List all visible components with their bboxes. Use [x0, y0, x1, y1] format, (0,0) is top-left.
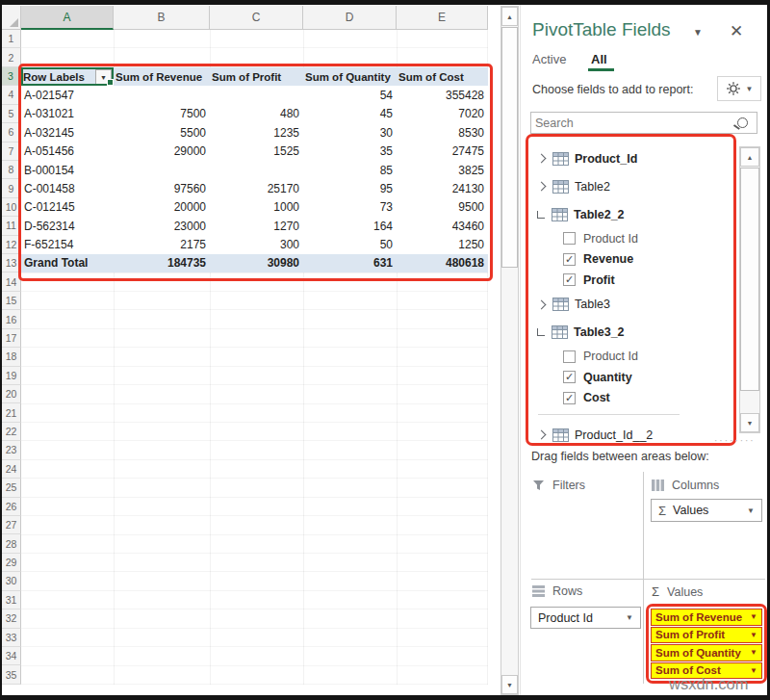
field-table-table2[interactable]: Table2 — [536, 172, 733, 200]
row-header-24[interactable]: 24 — [2, 460, 21, 479]
pivot-cell[interactable]: 8530 — [397, 123, 488, 142]
select-all-corner[interactable] — [2, 6, 21, 30]
pivot-cell[interactable]: 85 — [303, 161, 397, 179]
scrollbar-up-icon[interactable]: ▲ — [501, 7, 518, 26]
pivot-cell[interactable]: 3825 — [397, 161, 488, 179]
pivot-cell[interactable]: 631 — [303, 254, 397, 272]
field-table-product_id__2[interactable]: Product_Id__2 — [536, 421, 733, 446]
row-header-7[interactable]: 7 — [2, 143, 21, 161]
row-header-16[interactable]: 16 — [2, 310, 21, 328]
pivot-cell[interactable]: 24130 — [397, 179, 488, 197]
pane-menu-arrow-icon[interactable]: ▼ — [693, 27, 703, 38]
field-item-revenue[interactable]: ✓Revenue — [536, 249, 733, 271]
pivot-cell[interactable]: 50 — [303, 235, 397, 253]
pivot-cell[interactable]: 73 — [303, 198, 397, 217]
chevron-down-icon[interactable]: ▼ — [750, 666, 757, 675]
pane-splitter[interactable]: ········ — [714, 435, 764, 446]
search-box[interactable] — [530, 112, 757, 134]
pivot-cell[interactable]: 29000 — [114, 142, 210, 160]
pivot-cell[interactable]: 7020 — [397, 105, 488, 123]
pivot-cell[interactable]: 1235 — [210, 123, 303, 142]
row-header-20[interactable]: 20 — [2, 385, 21, 403]
pivot-cell[interactable]: 25170 — [210, 179, 303, 197]
pivot-cell[interactable]: A-032145 — [21, 123, 114, 142]
scrollbar-down-icon[interactable]: ▼ — [740, 413, 759, 432]
value-field-button[interactable]: Sum of Revenue▼ — [651, 609, 762, 626]
pivot-cell[interactable]: 1270 — [210, 217, 303, 235]
pivot-cell[interactable]: A-021547 — [21, 86, 114, 104]
checkbox-checked-icon[interactable]: ✓ — [563, 273, 576, 286]
pivot-cell[interactable]: 43460 — [397, 217, 488, 235]
pivot-cell[interactable]: 45 — [303, 105, 397, 123]
row-header-14[interactable]: 14 — [2, 272, 21, 291]
pivot-cell[interactable] — [210, 86, 303, 104]
row-header-12[interactable]: 12 — [2, 236, 21, 254]
checkbox-checked-icon[interactable]: ✓ — [563, 371, 576, 383]
row-header-28[interactable]: 28 — [2, 534, 21, 553]
checkbox-checked-icon[interactable]: ✓ — [563, 392, 576, 404]
pivot-cell[interactable]: 1000 — [210, 198, 303, 217]
row-header-35[interactable]: 35 — [2, 665, 21, 684]
row-header-9[interactable]: 9 — [2, 179, 21, 197]
pivot-header-cell[interactable]: Sum of Revenue — [114, 67, 210, 86]
pivot-cell[interactable]: 480 — [210, 105, 303, 123]
pivot-cell[interactable]: 300 — [210, 235, 303, 253]
row-header-30[interactable]: 30 — [2, 572, 21, 590]
pivot-cell[interactable]: 97560 — [114, 179, 210, 197]
expand-icon[interactable] — [537, 299, 547, 309]
pivot-cell[interactable]: F-652154 — [21, 235, 114, 253]
row-header-34[interactable]: 34 — [2, 647, 21, 665]
pivot-cell[interactable]: 164 — [303, 217, 397, 235]
field-table-product_id[interactable]: Product_Id — [536, 144, 733, 172]
row-header-4[interactable]: 4 — [2, 86, 21, 104]
pivot-header-cell[interactable]: Sum of Quantity — [303, 67, 397, 86]
pivot-cell[interactable]: 184735 — [114, 254, 210, 272]
row-header-19[interactable]: 19 — [2, 367, 21, 385]
column-header-B[interactable]: B — [114, 6, 210, 30]
pivot-header-cell[interactable]: Sum of Profit — [210, 67, 303, 86]
row-header-29[interactable]: 29 — [2, 554, 21, 572]
field-table-table3[interactable]: Table3 — [536, 291, 733, 319]
collapse-icon[interactable] — [537, 211, 545, 219]
pivot-cell[interactable]: 20000 — [114, 198, 210, 217]
pivot-cell[interactable]: 23000 — [114, 217, 210, 235]
checkbox-icon[interactable] — [563, 232, 576, 245]
pivot-cell[interactable]: C-001458 — [21, 179, 114, 197]
chevron-down-icon[interactable]: ▼ — [750, 612, 757, 621]
row-header-3[interactable]: 3 — [2, 67, 21, 86]
row-header-23[interactable]: 23 — [2, 441, 21, 459]
filter-dropdown-icon[interactable]: ▼ — [95, 69, 112, 86]
pivot-cell[interactable]: 54 — [303, 86, 397, 104]
row-header-31[interactable]: 31 — [2, 591, 21, 609]
field-list-scrollbar[interactable]: ▲ ▼ — [739, 146, 760, 433]
row-header-6[interactable]: 6 — [2, 123, 21, 142]
row-header-10[interactable]: 10 — [2, 198, 21, 217]
row-header-25[interactable]: 25 — [2, 479, 21, 497]
pivot-cell[interactable]: 9500 — [397, 198, 488, 217]
checkbox-icon[interactable] — [563, 350, 576, 363]
pivot-cell[interactable]: 27475 — [397, 142, 488, 160]
row-header-15[interactable]: 15 — [2, 292, 21, 310]
field-item-quantity[interactable]: ✓Quantity — [536, 367, 733, 388]
pivot-cell[interactable]: 95 — [303, 179, 397, 197]
pivot-header-cell[interactable]: Sum of Cost — [397, 67, 488, 86]
pivot-cell[interactable]: A-051456 — [21, 142, 114, 160]
column-header-D[interactable]: D — [303, 6, 397, 30]
field-item-cost[interactable]: ✓Cost — [536, 388, 733, 409]
values-field-button[interactable]: Σ Values ▼ — [651, 499, 762, 522]
pivot-header-cell[interactable]: Row Labels▼ — [21, 67, 114, 86]
field-item-product-id[interactable]: Product Id — [536, 347, 733, 368]
pivot-cell[interactable] — [114, 161, 210, 179]
search-icon[interactable] — [737, 117, 748, 128]
pivot-cell[interactable] — [114, 86, 210, 104]
column-header-C[interactable]: C — [210, 6, 303, 30]
pivot-cell[interactable]: 5500 — [114, 123, 210, 142]
chevron-down-icon[interactable]: ▼ — [626, 613, 633, 622]
value-field-button[interactable]: Sum of Profit▼ — [651, 627, 762, 644]
field-item-profit[interactable]: ✓Profit — [536, 270, 733, 291]
expand-icon[interactable] — [537, 182, 547, 192]
tools-button[interactable]: ▼ — [717, 76, 761, 101]
pivot-cell[interactable]: 35 — [303, 142, 397, 160]
row-header-13[interactable]: 13 — [2, 254, 21, 272]
pivot-cell[interactable]: Grand Total — [21, 254, 114, 272]
